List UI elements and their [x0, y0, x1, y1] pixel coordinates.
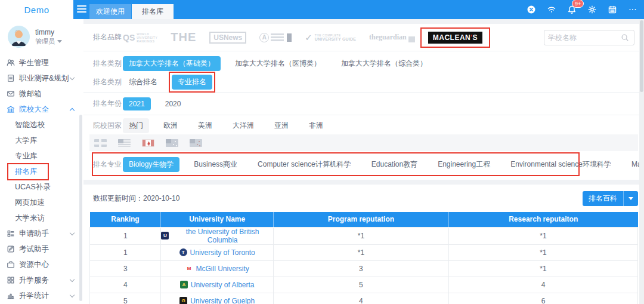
page-scrollbar[interactable] [639, 19, 644, 304]
data-updated-text: 数据更新时间：2020-10-10 [93, 194, 179, 204]
tab-欢迎使用[interactable]: 欢迎使用 [89, 4, 131, 19]
sidebar-item-升学服务[interactable]: 升学服务 [0, 272, 83, 288]
filter-option-2020[interactable]: 2020 [159, 97, 187, 110]
chevron-down-icon[interactable] [623, 191, 638, 206]
the-logo[interactable]: THE [171, 30, 196, 44]
filter-option-大洋洲[interactable]: 大洋洲 [227, 118, 260, 133]
tab-排名库[interactable]: 排名库 [132, 4, 174, 19]
university-logo: M [185, 265, 193, 272]
new-zealand-flag[interactable] [190, 139, 202, 147]
sidebar-scrollbar[interactable] [79, 115, 82, 301]
column-header-Research reputaiton: Research reputaiton [448, 212, 637, 227]
sidebar-item-资源中心[interactable]: 资源中心 [0, 257, 83, 272]
sidebar-item-label: 大学库 [15, 136, 38, 146]
sidebar-item-升学统计[interactable]: 升学统计 [0, 288, 83, 303]
close-circle-icon[interactable] [526, 4, 537, 15]
ranking-cell: 5 [90, 293, 161, 304]
research-reputation-cell: *1 [448, 244, 637, 260]
user-panel[interactable]: timmy 管理员 [0, 19, 83, 53]
stats-icon [6, 291, 15, 300]
sidebar-item-考试助手[interactable]: 考试助手 [0, 241, 83, 257]
sidebar-item-学生管理[interactable]: 学生管理 [0, 55, 83, 70]
students-icon [6, 59, 15, 67]
chevron-down-icon [70, 293, 75, 297]
sidebar-item-专业库[interactable]: 专业库 [0, 148, 83, 164]
sidebar-item-网页加速[interactable]: 网页加速 [0, 195, 83, 210]
usnews-logo[interactable]: USNews [209, 32, 246, 44]
brand-row-label: 排名品牌 [93, 32, 123, 42]
sidebar-menu: 学生管理职业测评&规划微邮箱院校大全智能选校大学库专业库排名库UCAS补录网页加… [0, 55, 83, 304]
filter-option-Computer science计算机科学[interactable]: Computer science计算机科学 [252, 157, 357, 172]
hamburger-menu-icon[interactable] [77, 5, 86, 13]
filter-option-加拿大大学排名（基础类）[interactable]: 加拿大大学排名（基础类） [123, 56, 221, 71]
sidebar-item-排名库[interactable]: 排名库 [0, 164, 83, 179]
filter-option-非洲[interactable]: 非洲 [303, 118, 329, 133]
research-reputation-cell: 6 [448, 293, 637, 304]
qs-logo[interactable]: QSWORLDUNIVERSITYRANKINGS [123, 32, 157, 43]
filter-option-2021[interactable]: 2021 [123, 97, 151, 110]
filter-option-Environmental science环境科学[interactable]: Environmental science环境科学 [504, 157, 617, 172]
sidebar-item-UCAS补录[interactable]: UCAS补录 [0, 179, 83, 195]
program-reputation-cell: 4 [273, 293, 448, 304]
filter-option-综合排名[interactable]: 综合排名 [123, 75, 163, 90]
filter-option-热门[interactable]: 热门 [123, 118, 149, 133]
filter-option-Biology生物学[interactable]: Biology生物学 [123, 157, 179, 172]
university-link[interactable]: University of Toronto [190, 248, 255, 257]
category-row2-label: 排名类别 [93, 77, 123, 87]
uk-flag[interactable] [94, 139, 107, 147]
australia-flag[interactable] [166, 139, 178, 147]
chevron-up-icon [70, 108, 75, 113]
user-role: 管理员 [35, 37, 55, 46]
sidebar-item-微邮箱[interactable]: 微邮箱 [0, 86, 83, 102]
sidebar-item-大学库[interactable]: 大学库 [0, 133, 83, 148]
avatar [8, 26, 30, 48]
filter-option-美洲[interactable]: 美洲 [192, 118, 218, 133]
school-search-input[interactable] [544, 33, 621, 42]
university-logo: A [180, 281, 188, 288]
program-reputation-cell: 5 [273, 277, 448, 293]
ranking-encyclopedia-button[interactable]: 排名百科 [583, 191, 638, 206]
divider [83, 92, 644, 93]
column-header-Ranking: Ranking [90, 212, 161, 227]
filter-option-Education教育[interactable]: Education教育 [366, 157, 423, 172]
sidebar-item-院校大全[interactable]: 院校大全 [0, 102, 83, 117]
sidebar-item-申请助手[interactable]: 申请助手 [0, 226, 83, 241]
school-icon [6, 105, 15, 114]
filter-option-欧洲[interactable]: 欧洲 [157, 118, 184, 133]
sidebar-item-智能选校[interactable]: 智能选校 [0, 117, 83, 133]
bell-icon[interactable]: 9+ [566, 4, 577, 15]
search-icon[interactable] [621, 33, 634, 42]
university-link[interactable]: University of Guelph [190, 297, 255, 304]
cug-logo[interactable]: ✓THE COMPLETEUNIVERSITY GUIDE [305, 32, 356, 43]
year-filter-row: 排名年份 20212020 [83, 94, 644, 113]
wifi-icon[interactable] [546, 4, 557, 15]
major-filter-row: 排名专业 Biology生物学Business商业Computer scienc… [83, 151, 644, 177]
filter-panel: 排名品牌 QSWORLDUNIVERSITYRANKINGSTHEUSNewsA… [83, 24, 644, 180]
filter-option-加拿大大学排名（综合类）[interactable]: 加拿大大学排名（综合类） [335, 56, 433, 71]
brand-filter-row: 排名品牌 QSWORLDUNIVERSITYRANKINGSTHEUSNewsA… [83, 24, 644, 51]
canada-flag[interactable] [142, 139, 154, 147]
arwu-logo[interactable]: A [259, 33, 292, 42]
filter-option-Business商业[interactable]: Business商业 [188, 157, 243, 172]
calendar-icon[interactable] [607, 4, 618, 15]
chevron-down-icon [57, 40, 62, 43]
sidebar-item-label: 升学服务 [19, 275, 49, 285]
guardian-logo[interactable]: theguardian [369, 33, 415, 42]
usa-flag[interactable] [118, 139, 131, 147]
university-link[interactable]: University of Alberta [191, 281, 255, 289]
year-row-label: 排名年份 [93, 99, 123, 109]
university-link[interactable]: McGill University [196, 265, 249, 273]
column-header-Program reputation: Program reputation [273, 212, 448, 227]
university-link[interactable]: the University of British Columbia [172, 228, 273, 244]
filter-option-加拿大大学排名（医博类）[interactable]: 加拿大大学排名（医博类） [229, 56, 327, 71]
user-name: timmy [35, 27, 62, 37]
filter-option-Engineering工程[interactable]: Engineering工程 [432, 157, 496, 172]
macleans-logo[interactable]: MACLEAN'S [428, 32, 482, 44]
filter-option-专业排名[interactable]: 专业排名 [172, 75, 212, 90]
more-icon[interactable] [627, 4, 638, 15]
filter-option-亚洲[interactable]: 亚洲 [268, 118, 295, 133]
gear-icon[interactable] [587, 4, 597, 15]
sidebar-item-大学来访[interactable]: 大学来访 [0, 210, 83, 226]
school-search-box [544, 30, 634, 45]
sidebar-item-职业测评&规划[interactable]: 职业测评&规划 [0, 70, 83, 86]
